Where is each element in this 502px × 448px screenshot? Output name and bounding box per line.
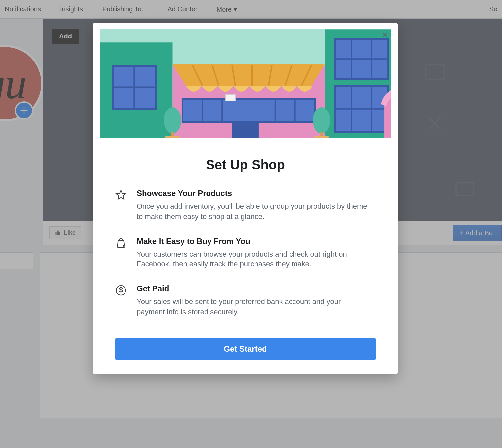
feature-buy: Make It Easy to Buy From You Your custom… <box>115 237 376 270</box>
setup-shop-modal: Set Up Shop Showcase Your Products Once … <box>93 23 398 374</box>
svg-point-36 <box>313 107 330 134</box>
svg-rect-31 <box>225 94 235 101</box>
get-started-button[interactable]: Get Started <box>115 338 376 360</box>
feature-showcase-title: Showcase Your Products <box>137 189 369 198</box>
feature-list: Showcase Your Products Once you add inve… <box>93 189 398 317</box>
modal-title: Set Up Shop <box>93 157 398 172</box>
feature-paid-desc: Your sales will be sent to your preferre… <box>137 297 369 317</box>
feature-buy-title: Make It Easy to Buy From You <box>137 237 369 246</box>
feature-showcase: Showcase Your Products Once you add inve… <box>115 189 376 222</box>
star-icon <box>115 189 127 203</box>
close-icon <box>381 31 389 38</box>
shop-illustration <box>100 29 391 138</box>
svg-rect-32 <box>232 122 259 138</box>
feature-buy-desc: Your customers can browse your products … <box>137 249 369 270</box>
svg-marker-39 <box>116 190 126 199</box>
feature-showcase-desc: Once you add inventory, you'll be able t… <box>137 201 369 222</box>
close-button[interactable] <box>380 29 390 40</box>
bag-icon <box>115 237 127 251</box>
svg-rect-38 <box>314 136 329 138</box>
modal-hero-illustration <box>100 29 391 138</box>
feature-paid: Get Paid Your sales will be sent to your… <box>115 284 376 317</box>
svg-point-33 <box>164 107 181 134</box>
dollar-icon <box>115 285 127 298</box>
svg-rect-35 <box>165 136 180 138</box>
svg-marker-18 <box>173 64 325 86</box>
feature-paid-title: Get Paid <box>137 284 369 293</box>
